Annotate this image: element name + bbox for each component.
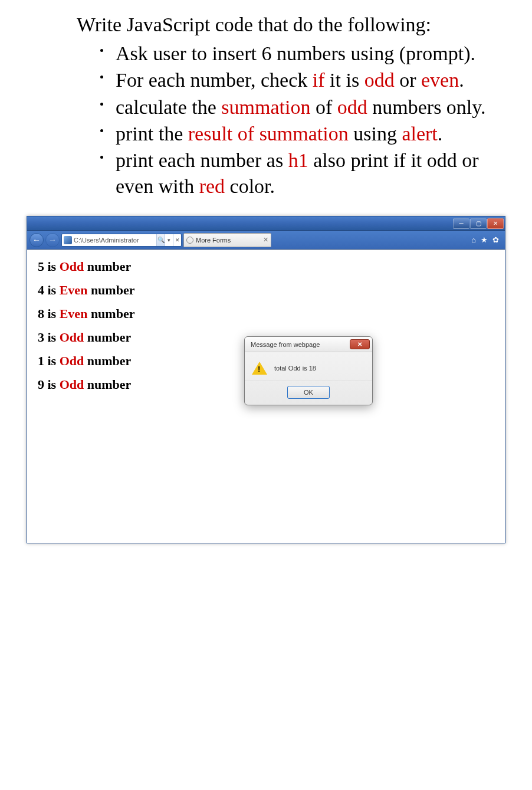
home-icon[interactable]: ⌂ bbox=[471, 235, 476, 245]
highlight: h1 bbox=[288, 149, 308, 171]
word-number: number bbox=[87, 330, 132, 345]
highlight: red bbox=[199, 175, 225, 197]
task-heading: Write JavaScript code that do the follow… bbox=[77, 12, 503, 38]
word-number: number bbox=[91, 306, 135, 321]
bullet-item: Ask user to insert 6 numbers using (prom… bbox=[100, 41, 503, 67]
dropdown-icon[interactable]: ▾ bbox=[165, 234, 173, 246]
output-line: 8 is Even number bbox=[38, 306, 494, 322]
tab-title: More Forms bbox=[196, 237, 261, 244]
close-tab-icon[interactable]: ✕ bbox=[173, 234, 181, 246]
bullet-text: Ask user to insert 6 numbers using (prom… bbox=[116, 42, 475, 64]
page-content: 5 is Odd number 4 is Even number 8 is Ev… bbox=[27, 250, 505, 410]
settings-icon[interactable]: ✿ bbox=[492, 235, 499, 245]
odd-even-label: Even bbox=[60, 283, 88, 297]
word-is: is bbox=[48, 377, 57, 392]
bullet-item: For each number, check if it is odd or e… bbox=[100, 67, 503, 93]
bullet-dot-icon bbox=[100, 76, 103, 78]
bullet-text: color. bbox=[225, 175, 275, 197]
address-text: C:\Users\Administrator bbox=[74, 237, 156, 244]
address-bar[interactable]: C:\Users\Administrator 🔍 ▾ ✕ bbox=[61, 234, 182, 247]
browser-navbar: ← → C:\Users\Administrator 🔍 ▾ ✕ More Fo… bbox=[27, 231, 505, 250]
bullet-text: of bbox=[310, 96, 337, 118]
tab-close-icon[interactable]: ✕ bbox=[263, 236, 268, 244]
bullet-item: print each number as h1 also print if it… bbox=[100, 147, 503, 199]
maximize-button[interactable]: ▢ bbox=[470, 218, 487, 229]
number: 8 bbox=[38, 306, 44, 321]
warning-icon bbox=[252, 362, 267, 375]
task-bullets: Ask user to insert 6 numbers using (prom… bbox=[77, 41, 503, 199]
highlight: result of summation bbox=[188, 123, 349, 145]
forward-button[interactable]: → bbox=[45, 233, 60, 247]
favorite-icon[interactable]: ★ bbox=[481, 235, 488, 245]
number: 1 bbox=[38, 353, 44, 368]
bullet-text: print each number as bbox=[116, 149, 288, 171]
odd-even-label: Even bbox=[60, 306, 88, 321]
odd-even-label: Odd bbox=[60, 377, 84, 392]
bullet-text: using bbox=[349, 123, 402, 145]
word-is: is bbox=[48, 330, 57, 345]
back-button[interactable]: ← bbox=[29, 233, 44, 247]
word-is: is bbox=[48, 283, 57, 297]
odd-even-label: Odd bbox=[60, 259, 84, 274]
bullet-text: calculate the bbox=[116, 96, 221, 118]
browser-tab[interactable]: More Forms ✕ bbox=[183, 233, 271, 247]
odd-even-label: Odd bbox=[60, 330, 84, 345]
highlight: if bbox=[313, 69, 325, 91]
word-is: is bbox=[48, 353, 57, 368]
bullet-text: it is bbox=[325, 69, 364, 91]
alert-titlebar: Message from webpage ✕ bbox=[245, 337, 372, 352]
alert-dialog: Message from webpage ✕ total Odd is 18 O… bbox=[244, 336, 373, 405]
alert-footer: OK bbox=[245, 381, 372, 405]
tab-favicon-icon bbox=[186, 237, 193, 244]
bullet-text: print the bbox=[116, 123, 188, 145]
bullet-dot-icon bbox=[100, 103, 103, 106]
number: 3 bbox=[38, 330, 44, 345]
close-button[interactable]: ✕ bbox=[487, 218, 504, 229]
highlight: odd bbox=[337, 96, 367, 118]
alert-title: Message from webpage bbox=[251, 341, 320, 348]
highlight: alert bbox=[402, 123, 437, 145]
word-is: is bbox=[48, 306, 57, 321]
word-number: number bbox=[87, 259, 132, 274]
word-is: is bbox=[48, 259, 57, 274]
alert-message: total Odd is 18 bbox=[274, 365, 316, 372]
number: 4 bbox=[38, 283, 44, 297]
ok-button[interactable]: OK bbox=[287, 386, 330, 399]
bullet-dot-icon bbox=[100, 49, 103, 52]
number: 9 bbox=[38, 377, 44, 392]
number: 5 bbox=[38, 259, 44, 274]
alert-close-button[interactable]: ✕ bbox=[350, 339, 370, 349]
search-icon[interactable]: 🔍 bbox=[156, 234, 165, 246]
highlight: odd bbox=[364, 69, 395, 91]
highlight: even bbox=[421, 69, 459, 91]
alert-body: total Odd is 18 bbox=[245, 352, 372, 381]
output-line: 5 is Odd number bbox=[38, 259, 494, 274]
bullet-text: . bbox=[459, 69, 464, 91]
window-titlebar: ─ ▢ ✕ bbox=[27, 217, 505, 231]
odd-even-label: Odd bbox=[60, 353, 84, 368]
bullet-dot-icon bbox=[100, 156, 103, 159]
output-line: 4 is Even number bbox=[38, 283, 494, 298]
bullet-text: For each number, check bbox=[116, 69, 313, 91]
toolbar-right: ⌂ ★ ✿ bbox=[471, 235, 503, 245]
minimize-button[interactable]: ─ bbox=[453, 218, 469, 229]
bullet-text: or bbox=[395, 69, 421, 91]
bullet-text: . bbox=[438, 123, 443, 145]
word-number: number bbox=[87, 377, 132, 392]
bullet-text: numbers only. bbox=[367, 96, 486, 118]
word-number: number bbox=[91, 283, 135, 297]
word-number: number bbox=[87, 353, 132, 368]
highlight: summation bbox=[221, 96, 310, 118]
bullet-item: print the result of summation using aler… bbox=[100, 121, 503, 147]
bullet-dot-icon bbox=[100, 129, 103, 132]
browser-window: ─ ▢ ✕ ← → C:\Users\Administrator 🔍 ▾ ✕ M… bbox=[27, 216, 505, 543]
page-icon bbox=[64, 236, 72, 244]
bullet-item: calculate the summation of odd numbers o… bbox=[100, 94, 503, 120]
